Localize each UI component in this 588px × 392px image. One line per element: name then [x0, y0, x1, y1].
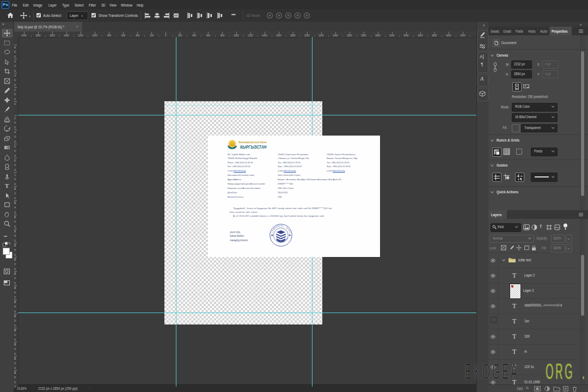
svg-text:T: T — [5, 182, 9, 189]
